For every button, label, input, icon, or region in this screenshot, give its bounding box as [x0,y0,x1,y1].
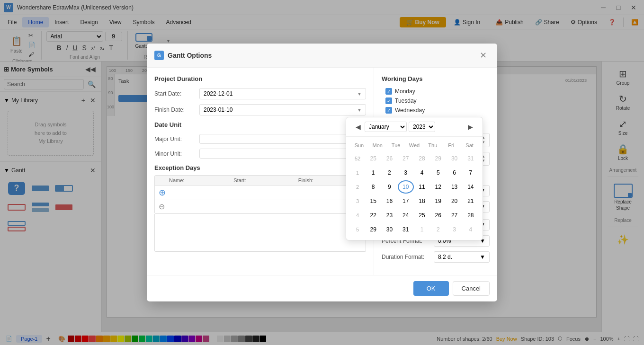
cal-day[interactable]: 25 [414,209,430,222]
cal-day[interactable]: 19 [430,195,446,208]
cal-day[interactable]: 3 [398,166,414,179]
start-date-arrow: ▼ [357,91,362,97]
cal-day[interactable]: 8 [365,180,381,194]
exception-remove-button[interactable]: ⊖ [158,202,169,212]
wednesday-row: ✓ Wednesday [385,107,490,114]
cancel-button[interactable]: Cancel [453,281,490,296]
wednesday-checkbox[interactable]: ✓ [385,107,392,114]
cal-day[interactable]: 12 [430,180,446,194]
cal-weeks: 52 25 26 27 28 29 30 31 1 1 2 3 [350,152,479,236]
cal-next-button[interactable]: ▶ [464,121,477,133]
modal-close-button[interactable]: ✕ [477,49,490,62]
cal-day[interactable]: 2 [381,166,397,179]
cal-title: January February March April May June Ju… [365,122,464,132]
cal-day[interactable]: 25 [365,152,381,165]
cal-day[interactable]: 26 [381,152,397,165]
monday-check-icon: ✓ [387,89,391,94]
exception-days-title: Exception Days [154,164,366,171]
cal-day[interactable]: 27 [446,209,462,222]
wednesday-label: Wednesday [395,107,425,114]
major-unit-row: Major Unit: ▼ [154,134,366,144]
cal-day[interactable]: 17 [398,195,414,208]
cal-day[interactable]: 29 [365,223,381,236]
working-days-title: Working Days [382,75,490,82]
cal-day[interactable]: 30 [381,223,397,236]
cal-week-row: 3 15 16 17 18 19 20 21 [350,195,479,208]
day-name-wed: Wed [405,141,424,150]
cal-day[interactable]: 22 [365,209,381,222]
modal-icon: G [154,51,164,60]
cal-day[interactable]: 2 [430,223,446,236]
cal-day[interactable]: 18 [414,195,430,208]
day-name-thu: Thu [423,141,442,150]
date-unit-section: Date Unit Major Unit: ▼ Minor Unit: ▼ [154,121,366,159]
cal-day[interactable]: 9 [381,180,397,194]
cal-day[interactable]: 1 [414,223,430,236]
cal-day[interactable]: 16 [381,195,397,208]
start-date-control[interactable]: 2022-12-01 ▼ [199,88,366,99]
working-days-checkboxes: ✓ Monday ✓ Tuesday ✓ [382,88,490,114]
week-num-4: 4 [350,209,365,222]
cal-day[interactable]: 15 [365,195,381,208]
wednesday-check-icon: ✓ [387,108,391,113]
calendar-popup: ◀ January February March April May June … [346,117,483,240]
cal-day[interactable]: 6 [446,166,462,179]
cal-day[interactable]: 3 [446,223,462,236]
major-unit-control[interactable]: ▼ [199,134,366,144]
cal-day[interactable]: 24 [398,209,414,222]
cal-day[interactable]: 27 [398,152,414,165]
cal-day[interactable]: 14 [463,180,479,194]
cal-day[interactable]: 23 [381,209,397,222]
finish-date-label: Finish Date: [154,106,199,113]
cal-day[interactable]: 4 [414,166,430,179]
cal-day[interactable]: 28 [463,209,479,222]
cal-week-row: 52 25 26 27 28 29 30 31 [350,152,479,165]
modal-footer: OK Cancel [147,275,497,301]
exception-remove-row: ⊖ [155,200,366,213]
cal-day[interactable]: 13 [446,180,462,194]
cal-grid: Sun Mon Tue Wed Thu Fri Sat 52 25 26 27 [346,137,483,240]
cal-day[interactable]: 7 [463,166,479,179]
exception-table-header: Name: Start: Finish: [155,176,366,186]
finish-date-control[interactable]: 2023-01-10 ▼ [199,104,366,115]
cal-day[interactable]: 31 [398,223,414,236]
cal-month-select[interactable]: January February March April May June Ju… [365,122,407,132]
date-unit-title: Date Unit [154,121,366,128]
cal-week-row: 2 8 9 10 11 12 13 14 [350,180,479,194]
cal-day[interactable]: 11 [414,180,430,194]
major-unit-label: Major Unit: [154,136,199,142]
duration-format-row: Duration Format: 8.2 d. ▼ [382,251,490,263]
start-date-row: Start Date: 2022-12-01 ▼ [154,88,366,99]
exception-days-section: Exception Days Name: Start: Finish: ⊕ [154,164,366,252]
cal-day[interactable]: 1 [365,166,381,179]
duration-format-control[interactable]: 8.2 d. ▼ [434,251,490,263]
cal-day-today[interactable]: 10 [398,180,414,194]
gantt-options-modal: G Gantt Options ✕ Project Duration Start… [147,44,497,301]
tuesday-row: ✓ Tuesday [385,97,490,104]
week-num-1: 1 [350,166,365,179]
minor-unit-control[interactable]: ▼ [199,149,366,159]
cal-day[interactable]: 5 [430,166,446,179]
duration-format-label: Duration Format: [382,254,434,260]
cal-day[interactable]: 29 [430,152,446,165]
day-name-sun: Sun [350,141,368,150]
cal-days-header: Sun Mon Tue Wed Thu Fri Sat [350,141,479,150]
cal-day[interactable]: 31 [463,152,479,165]
cal-year-select[interactable]: 2022 2023 2024 [409,122,435,132]
cal-day[interactable]: 28 [414,152,430,165]
cal-day[interactable]: 26 [430,209,446,222]
tuesday-checkbox[interactable]: ✓ [385,97,392,104]
exception-add-button[interactable]: ⊕ [158,187,169,198]
cal-day[interactable]: 21 [463,195,479,208]
cal-prev-button[interactable]: ◀ [352,121,365,133]
cal-day[interactable]: 30 [446,152,462,165]
minor-unit-label: Minor Unit: [154,150,199,157]
duration-format-arrow: ▼ [480,254,485,260]
modal-header: G Gantt Options ✕ [147,44,497,68]
cal-day[interactable]: 20 [446,195,462,208]
modal-title: Gantt Options [168,52,477,59]
ok-button[interactable]: OK [413,281,449,296]
monday-checkbox[interactable]: ✓ [385,88,392,95]
cal-day[interactable]: 4 [463,223,479,236]
monday-label: Monday [395,88,415,95]
